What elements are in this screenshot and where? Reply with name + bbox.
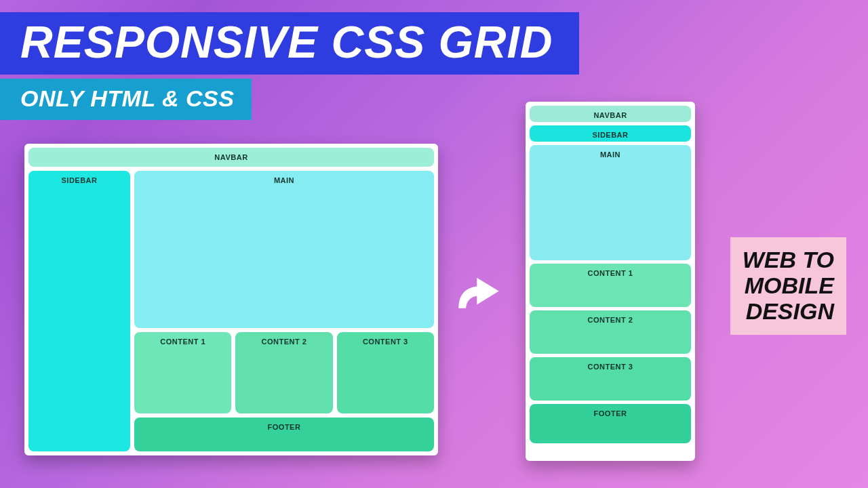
desktop-navbar: NAVBAR bbox=[28, 148, 434, 167]
desktop-content-3: CONTENT 3 bbox=[337, 332, 434, 413]
desktop-layout-panel: NAVBAR SIDEBAR MAIN CONTENT 1 CONTENT 2 … bbox=[24, 144, 438, 455]
desktop-main: MAIN bbox=[134, 171, 434, 328]
thumbnail-stage: RESPONSIVE CSS GRID ONLY HTML & CSS NAVB… bbox=[0, 0, 868, 488]
mobile-main: MAIN bbox=[530, 145, 691, 260]
mobile-content-1: CONTENT 1 bbox=[530, 264, 691, 307]
subtitle: ONLY HTML & CSS bbox=[0, 79, 252, 120]
arrow-icon bbox=[448, 264, 509, 325]
aside-caption: WEB TO MOBILE DESIGN bbox=[730, 237, 846, 335]
aside-line-1: WEB TO bbox=[743, 247, 834, 272]
mobile-content-2: CONTENT 2 bbox=[530, 310, 691, 354]
mobile-footer: FOOTER bbox=[530, 404, 691, 443]
desktop-sidebar: SIDEBAR bbox=[28, 171, 130, 451]
desktop-content-1: CONTENT 1 bbox=[134, 332, 231, 413]
mobile-navbar: NAVBAR bbox=[530, 106, 691, 122]
desktop-content-2: CONTENT 2 bbox=[235, 332, 332, 413]
mobile-layout-panel: NAVBAR SIDEBAR MAIN CONTENT 1 CONTENT 2 … bbox=[526, 102, 695, 461]
main-title: RESPONSIVE CSS GRID bbox=[0, 12, 579, 75]
mobile-grid: NAVBAR SIDEBAR MAIN CONTENT 1 CONTENT 2 … bbox=[530, 106, 691, 457]
mobile-content-3: CONTENT 3 bbox=[530, 357, 691, 401]
desktop-grid: NAVBAR SIDEBAR MAIN CONTENT 1 CONTENT 2 … bbox=[28, 148, 434, 451]
desktop-footer: FOOTER bbox=[134, 418, 434, 451]
aside-line-2: MOBILE bbox=[743, 272, 834, 298]
mobile-sidebar: SIDEBAR bbox=[530, 125, 691, 142]
aside-line-3: DESIGN bbox=[743, 298, 834, 324]
